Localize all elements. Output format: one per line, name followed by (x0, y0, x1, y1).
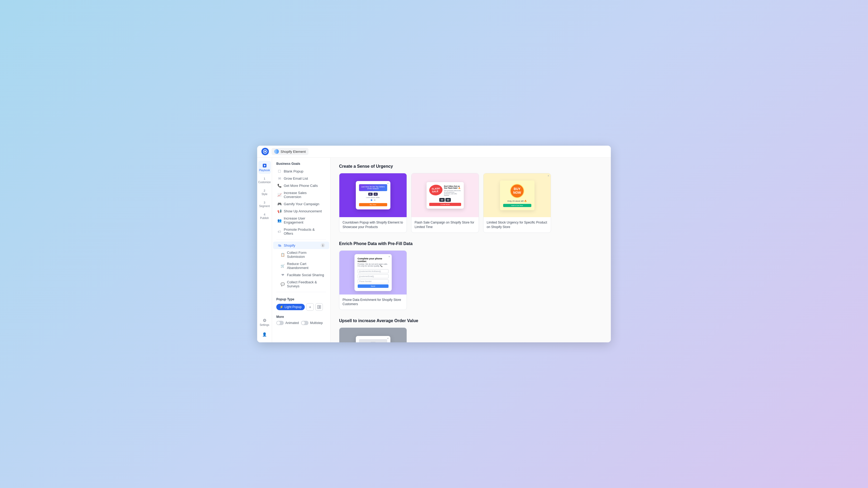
nav-item-publish[interactable]: 4 Publish (258, 211, 271, 222)
buy-stock-text: Only 23 stock left 🔥 (503, 200, 531, 202)
nav-label-style: Style (261, 193, 267, 196)
nav-item-settings[interactable]: ⚙ Settings (258, 316, 271, 328)
collect-form-icon: 📋 (281, 253, 285, 257)
sidebar-label-user-engagement: Increase User Engagement (284, 216, 325, 224)
section-title-urgency: Create a Sense of Urgency (339, 164, 602, 169)
multistep-toggle-item: Multistep (301, 321, 323, 325)
flash-content: Don't Miss Out on Our Flash Sale! 🔥 Get … (444, 185, 461, 196)
card-countdown-popup[interactable]: × Last Hour for the Top Sellers of the S… (339, 173, 407, 233)
phone-send-btn[interactable]: Send (358, 284, 389, 288)
phone-cards-row: × Complete your phone number. Promise. W… (339, 250, 602, 310)
sidebar-item-promote-products[interactable]: 🏷 Promote Products & Offers (273, 226, 329, 237)
nav-item-customize[interactable]: 1 Customize (258, 175, 271, 186)
flash-dont-miss: Don't Miss Out on Our Flash Sale! 🔥 (444, 185, 461, 189)
sidebar-item-grow-email[interactable]: ✉ Grow Email List (273, 175, 329, 182)
section-title-phone: Enrich Phone Data with Pre-Fill Data (339, 241, 602, 246)
more-title: More (276, 315, 326, 319)
sidebar-label-reduce-cart: Reduce Cart Abandonment (287, 262, 325, 270)
sidebar-item-announcement[interactable]: 📢 Show Up Announcement (273, 207, 329, 215)
light-popup-button[interactable]: ⚡ Light Popup (276, 304, 305, 310)
sidebar-item-sales-conversion[interactable]: 📈 Increase Sales Conversion (273, 189, 329, 200)
countdown-btn[interactable]: Buy Now (359, 203, 387, 206)
sidebar-item-feedback[interactable]: 💬 Collect Feedback & Surveys (273, 279, 329, 290)
sidebar-item-user-engagement[interactable]: 👥 Increase User Engagement (273, 215, 329, 226)
content-area: Create a Sense of Urgency × Last Hour fo… (331, 158, 611, 343)
nav-item-avatar[interactable]: 👤 (258, 330, 271, 339)
left-nav: Playbook 1 Customize 2 Style 3 Segment 4… (257, 158, 272, 343)
layout-popup-button[interactable] (315, 303, 323, 311)
nav-item-playbook[interactable]: Playbook (258, 161, 271, 174)
close-icon-upsell: × (387, 337, 389, 340)
main-layout: Playbook 1 Customize 2 Style 3 Segment 4… (257, 158, 611, 343)
sidebar-label-blank-popup: Blank Popup (284, 169, 303, 173)
sidebar-item-collect-form[interactable]: 📋 Collect Form Submission (273, 249, 329, 260)
sidebar-item-social[interactable]: ❤ Facilitate Social Sharing (273, 271, 329, 279)
animated-toggle-item: Animated (276, 321, 299, 325)
phone-form-mock: × Complete your phone number. Promise. W… (354, 254, 392, 291)
popup-type-section: Popup Type ⚡ Light Popup + (272, 294, 330, 313)
feedback-icon: 💬 (281, 282, 285, 286)
multistep-label: Multistep (310, 321, 323, 325)
more-row: Animated Multistep (276, 321, 326, 325)
light-popup-icon: ⚡ (279, 305, 283, 309)
light-popup-label: Light Popup (284, 305, 302, 309)
phone-field-number: Phone Number (358, 279, 389, 283)
flash-header: FLASHSALE Don't Miss Out on Our Flash Sa… (429, 185, 461, 197)
sidebar-label-promote-products: Promote Products & Offers (284, 228, 325, 235)
card-preview-flash: FLASHSALE Don't Miss Out on Our Flash Sa… (411, 173, 479, 217)
card-preview-countdown: × Last Hour for the Top Sellers of the S… (339, 173, 407, 217)
cart-icon: 🛒 (281, 264, 285, 268)
countdown-sub: Lorem ipsum 200kr. (359, 197, 387, 198)
flash-sale-mock: FLASHSALE Don't Miss Out on Our Flash Sa… (427, 182, 464, 209)
flash-timer: 00 00 (429, 198, 461, 202)
app-window: Shopify Element Playbook 1 Customize 2 (257, 145, 611, 343)
countdown-header: Last Hour for the Top Sellers of the Sea… (359, 184, 387, 191)
sidebar-item-shopify[interactable]: 🛍 Shopify ℹ (273, 241, 329, 249)
app-tab[interactable]: Shopify Element (272, 148, 308, 155)
card-preview-upsell: × Lorem ipsum 200kr. (339, 328, 407, 343)
sidebar-item-phone-calls[interactable]: 📞 Get More Phone Calls (273, 182, 329, 189)
sidebar-item-blank-popup[interactable]: ☐ Blank Popup (273, 168, 329, 175)
add-popup-button[interactable]: + (306, 303, 314, 311)
countdown-nav (359, 199, 387, 201)
svg-rect-7 (370, 342, 376, 343)
urgency-cards-row: × Last Hour for the Top Sellers of the S… (339, 173, 602, 233)
phone-calls-icon: 📞 (277, 184, 282, 188)
nav-item-segment[interactable]: 3 Segment (258, 199, 271, 210)
animated-toggle[interactable] (276, 321, 284, 325)
buy-now-badge: BUYNOW (510, 184, 524, 198)
nav-number-3: 3 (264, 201, 265, 204)
multistep-toggle[interactable] (301, 321, 308, 325)
card-flash-sale[interactable]: FLASHSALE Don't Miss Out on Our Flash Sa… (411, 173, 479, 233)
sales-icon: 📈 (277, 193, 282, 197)
flash-badge: FLASHSALE (429, 184, 443, 196)
blank-popup-icon: ☐ (277, 169, 282, 173)
timer-block-2: 00 (374, 193, 378, 196)
flash-card-label: Flash Sale Campaign on Shopify Store for… (411, 217, 479, 233)
flash-cta-btn[interactable]: CLAIM NOW (429, 203, 461, 206)
nav-dot (374, 199, 375, 201)
avatar-icon: 👤 (262, 332, 267, 337)
timer-block-1: 00 (368, 193, 373, 196)
gamify-icon: 🎮 (277, 202, 282, 206)
promote-icon: 🏷 (277, 230, 282, 234)
sidebar-label-announcement: Show Up Announcement (284, 209, 322, 213)
nav-item-style[interactable]: 2 Style (258, 187, 271, 198)
announcement-icon: 📢 (277, 209, 282, 213)
sidebar-item-reduce-cart[interactable]: 🛒 Reduce Cart Abandonment (273, 260, 329, 271)
nav-label-segment: Segment (259, 205, 270, 207)
add-to-cart-btn[interactable]: Add to Cart Now (503, 204, 531, 207)
svg-rect-4 (317, 305, 319, 308)
svg-rect-5 (319, 305, 321, 307)
globe-icon (274, 149, 279, 154)
sidebar-label-shopify: Shopify (284, 243, 295, 248)
upsell-product-img (359, 339, 387, 343)
phone-form-sub: Promise. We do not sent spam calls. It i… (358, 263, 389, 267)
card-limited-stock[interactable]: × BUYNOW Only 23 stock left 🔥 Add to Car… (483, 173, 551, 233)
settings-icon: ⚙ (262, 318, 267, 323)
card-phone-enrichment[interactable]: × Complete your phone number. Promise. W… (339, 250, 407, 310)
svg-point-1 (264, 151, 266, 152)
countdown-timer: 00 00 (359, 193, 387, 196)
card-upsell[interactable]: × Lorem ipsum 200kr. (339, 327, 407, 343)
sidebar-item-gamify[interactable]: 🎮 Gamify Your Campaign (273, 200, 329, 207)
